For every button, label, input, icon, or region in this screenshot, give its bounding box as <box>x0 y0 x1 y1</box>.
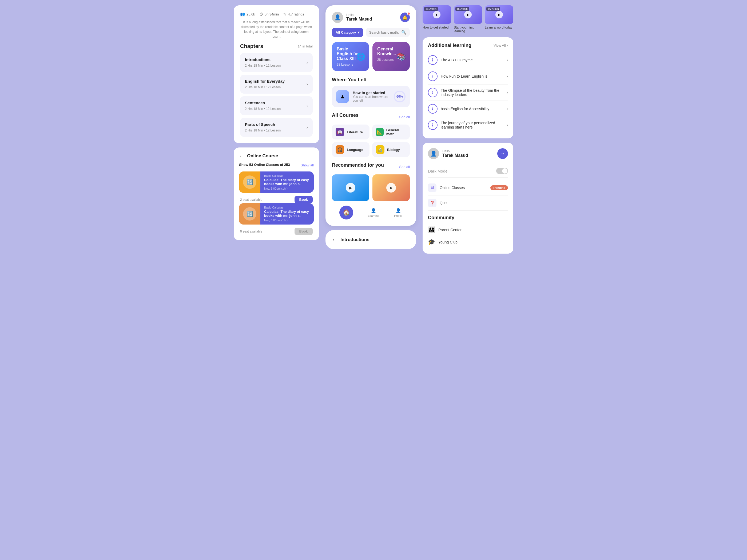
biology-icon: 🔬 <box>376 145 384 154</box>
all-courses-see-all[interactable]: See all <box>399 115 410 119</box>
profile-arrow-button[interactable]: → <box>497 148 508 159</box>
learning-icon: 🎙 <box>428 55 438 65</box>
chapter-name: Parts of Speech <box>245 122 281 127</box>
book-button[interactable]: Book <box>294 228 313 235</box>
recommended-title: Recommended for you <box>332 162 384 168</box>
learning-icon: 🎙 <box>428 88 438 97</box>
learning-item[interactable]: 🎙 basic English for Accessibility › <box>428 101 508 117</box>
course-card[interactable]: 🔢 Basic Calculas Calculas: The diary of … <box>239 203 314 224</box>
chevron-right-icon: › <box>307 82 308 87</box>
play-button-1[interactable]: ▶ <box>346 183 355 192</box>
thumbnails-row: 16:23min ▶ How to get started 16:23min ▶… <box>422 5 513 33</box>
all-courses-header: All Courses See all <box>332 112 410 121</box>
description-text: It is a long established fact that a rea… <box>240 20 313 39</box>
notification-badge <box>407 12 410 15</box>
show-all-link[interactable]: Show all <box>301 163 314 167</box>
course-language[interactable]: 🎧 Language <box>332 142 369 157</box>
online-course-card: ← Online Course Show 53 Online Classes o… <box>234 148 319 240</box>
learning-item[interactable]: 🎙 The Glimpse of the beauty from the ind… <box>428 84 508 101</box>
book-button[interactable]: Book <box>294 196 313 203</box>
profile-user-name: Tarek Masud <box>442 153 468 158</box>
avatar: 👤 <box>332 12 343 23</box>
courses-grid: 📖 Literature 📐 General math 🎧 Language 🔬… <box>332 125 410 157</box>
chapter-item[interactable]: Sentences 2 Hrs 18 Min • 12 Lesson › <box>240 96 313 115</box>
chevron-down-icon: ▾ <box>358 30 360 34</box>
where-left-course-title: How to get started <box>353 91 390 95</box>
parent-center-item[interactable]: 👨‍👩‍👧 Parent Center <box>428 224 508 236</box>
search-input[interactable] <box>369 30 399 34</box>
play-small-3[interactable]: ▶ <box>495 11 503 19</box>
user-header: 👤 Hello Tarek Masud 🔔 <box>332 12 410 23</box>
where-left-info: How to get started You can start from wh… <box>353 91 390 102</box>
featured-card-general[interactable]: General Knowle... 28 Lessons 📚 <box>372 42 410 71</box>
back-button[interactable]: ← <box>239 153 244 159</box>
young-club-label: Young Club <box>438 240 458 244</box>
nav-profile[interactable]: 👤 Profile <box>394 208 402 217</box>
chapter-info: Parts of Speech 2 Hrs 18 Min • 12 Lesson <box>245 122 281 133</box>
course-icon: ▲ <box>336 90 349 103</box>
thumb-2: 16:23min ▶ Start your first learning <box>454 5 482 33</box>
quiz-menu-item[interactable]: ❓ Quiz <box>428 195 508 211</box>
course-card[interactable]: 🔢 Basic Calculas Calculas: The diary of … <box>239 171 314 193</box>
learning-item[interactable]: 🎙 The A B C D rhyme › <box>428 52 508 68</box>
course-icon: 🔢 <box>243 207 256 220</box>
dark-mode-toggle[interactable] <box>496 168 508 174</box>
online-course-subtitle: Show 53 Online Classes of 253 <box>239 163 290 167</box>
featured-card-english[interactable]: Basic English for Class XIII 28 Lessons … <box>332 42 369 71</box>
recommended-see-all[interactable]: See all <box>399 165 410 169</box>
thumb-duration-3: 16:23min <box>486 7 500 11</box>
course-biology[interactable]: 🔬 Biology <box>372 142 410 157</box>
rating-stat: ☆ 4.7 ratings <box>283 12 304 17</box>
nav-learning[interactable]: 👤 Learning <box>368 208 379 217</box>
chevron-right-icon: › <box>507 58 508 62</box>
nav-profile-label: Profile <box>394 214 402 217</box>
chapter-item[interactable]: Parts of Speech 2 Hrs 18 Min • 12 Lesson… <box>240 118 313 137</box>
literature-label: Literature <box>347 130 363 134</box>
view-all-link[interactable]: View All › <box>494 44 508 48</box>
chapter-item[interactable]: Introductions 2 Hrs 18 Min • 12 Lesson › <box>240 53 313 72</box>
thumb-1: 16:23min ▶ How to get started <box>422 5 451 33</box>
nav-learning-label: Learning <box>368 214 379 217</box>
main-app-card: 👤 Hello Tarek Masud 🔔 All Category ▾ 🔍 <box>326 5 416 226</box>
learning-item[interactable]: 🎙 How Fun to Learn English is › <box>428 68 508 84</box>
thumb-img-1[interactable]: 16:23min ▶ <box>422 5 451 24</box>
bottom-nav: 🏠 👤 Learning 👤 Profile <box>332 201 410 219</box>
profile-header-row: 👤 Hello Tarek Masud → <box>428 148 508 159</box>
course-general-math[interactable]: 📐 General math <box>372 125 410 139</box>
recommended-video-2[interactable]: ▶ <box>372 175 410 201</box>
nav-home-button[interactable]: 🏠 <box>339 206 353 219</box>
young-club-item[interactable]: 🎓 Young Club <box>428 236 508 248</box>
middle-panel: 👤 Hello Tarek Masud 🔔 All Category ▾ 🔍 <box>326 5 416 249</box>
additional-header: Additional learning View All › <box>428 43 508 48</box>
online-classes-menu-item[interactable]: 🖥 Online Classes Trending <box>428 180 508 195</box>
recommended-video-1[interactable]: ▶ <box>332 175 369 201</box>
where-you-left-title: Where You Left <box>332 77 410 83</box>
quiz-icon: ❓ <box>428 199 436 207</box>
thumb-label-2: Start your first learning <box>454 26 482 33</box>
play-small-2[interactable]: ▶ <box>464 11 472 19</box>
notification-button[interactable]: 🔔 <box>400 12 410 22</box>
learning-icon: 🎙 <box>428 104 438 114</box>
play-button-2[interactable]: ▶ <box>386 183 396 192</box>
course-category: Basic Calculas <box>264 174 310 177</box>
learning-icon: 👤 <box>371 208 376 213</box>
where-you-left-card[interactable]: ▲ How to get started You can start from … <box>332 86 410 107</box>
young-club-icon: 🎓 <box>428 239 435 246</box>
course-date: Nov, 5:00pm (1hr) <box>264 187 310 190</box>
intro-back-button[interactable]: ← <box>332 237 337 243</box>
dark-mode-row: Dark Mode <box>428 164 508 178</box>
category-button[interactable]: All Category ▾ <box>332 28 363 37</box>
chapter-name: Sentences <box>245 101 281 105</box>
chevron-right-icon: › <box>507 74 508 79</box>
course-literature[interactable]: 📖 Literature <box>332 125 369 139</box>
play-small-1[interactable]: ▶ <box>433 11 440 19</box>
search-bar: All Category ▾ 🔍 <box>332 28 410 37</box>
progress-circle: 60% <box>394 91 406 102</box>
chapter-name: Introductions <box>245 57 281 62</box>
featured-lessons-english: 28 Lessons <box>337 63 364 66</box>
thumb-img-3[interactable]: 16:23min ▶ <box>485 5 513 24</box>
chapter-item[interactable]: English for Everyday 2 Hrs 18 Min • 12 L… <box>240 75 313 94</box>
chevron-right-icon: › <box>507 44 508 48</box>
learning-item[interactable]: 🎙 The journey of your personalized learn… <box>428 117 508 133</box>
thumb-img-2[interactable]: 16:23min ▶ <box>454 5 482 24</box>
